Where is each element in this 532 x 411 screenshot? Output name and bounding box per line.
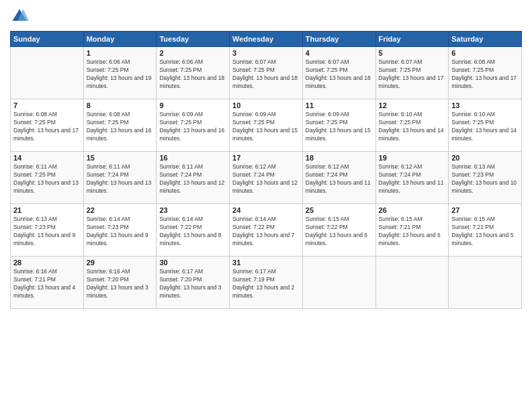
day-number: 9 <box>159 101 226 109</box>
day-number: 14 <box>13 154 81 162</box>
cell-sun-info: Sunrise: 6:08 AM Sunset: 7:25 PM Dayligh… <box>451 58 519 91</box>
calendar-cell: 6Sunrise: 6:08 AM Sunset: 7:25 PM Daylig… <box>449 47 522 99</box>
cell-sun-info: Sunrise: 6:11 AM Sunset: 7:24 PM Dayligh… <box>87 163 154 195</box>
cell-sun-info: Sunrise: 6:06 AM Sunset: 7:25 PM Dayligh… <box>159 58 226 91</box>
day-number: 23 <box>159 206 226 214</box>
calendar-table: SundayMondayTuesdayWednesdayThursdayFrid… <box>10 31 522 309</box>
day-header-saturday: Saturday <box>449 32 522 47</box>
day-number: 1 <box>87 49 154 57</box>
calendar-cell <box>302 257 375 309</box>
cell-sun-info: Sunrise: 6:13 AM Sunset: 7:23 PM Dayligh… <box>13 216 81 248</box>
day-header-thursday: Thursday <box>302 32 375 47</box>
day-number: 29 <box>87 259 154 267</box>
calendar-week-row: 21Sunrise: 6:13 AM Sunset: 7:23 PM Dayli… <box>11 204 522 257</box>
calendar-cell: 21Sunrise: 6:13 AM Sunset: 7:23 PM Dayli… <box>11 204 84 257</box>
calendar-cell <box>449 257 522 309</box>
day-number: 19 <box>379 154 446 162</box>
calendar-cell: 8Sunrise: 6:08 AM Sunset: 7:25 PM Daylig… <box>83 99 157 152</box>
calendar-cell: 28Sunrise: 6:16 AM Sunset: 7:21 PM Dayli… <box>11 257 84 309</box>
calendar-cell: 1Sunrise: 6:06 AM Sunset: 7:25 PM Daylig… <box>83 47 157 99</box>
calendar-cell <box>11 47 84 99</box>
header <box>10 7 522 26</box>
day-number: 2 <box>159 49 226 57</box>
cell-sun-info: Sunrise: 6:11 AM Sunset: 7:25 PM Dayligh… <box>13 163 81 195</box>
cell-sun-info: Sunrise: 6:06 AM Sunset: 7:25 PM Dayligh… <box>87 58 154 91</box>
calendar-week-row: 14Sunrise: 6:11 AM Sunset: 7:25 PM Dayli… <box>11 152 522 204</box>
cell-sun-info: Sunrise: 6:17 AM Sunset: 7:19 PM Dayligh… <box>232 268 300 300</box>
cell-sun-info: Sunrise: 6:16 AM Sunset: 7:21 PM Dayligh… <box>13 268 81 300</box>
cell-sun-info: Sunrise: 6:07 AM Sunset: 7:25 PM Dayligh… <box>306 58 373 91</box>
day-number: 12 <box>379 101 446 109</box>
calendar-cell: 17Sunrise: 6:12 AM Sunset: 7:24 PM Dayli… <box>230 152 303 204</box>
calendar-week-row: 28Sunrise: 6:16 AM Sunset: 7:21 PM Dayli… <box>11 257 522 309</box>
day-header-tuesday: Tuesday <box>157 32 230 47</box>
day-number: 15 <box>87 154 154 162</box>
cell-sun-info: Sunrise: 6:16 AM Sunset: 7:20 PM Dayligh… <box>87 268 154 300</box>
calendar-cell: 19Sunrise: 6:12 AM Sunset: 7:24 PM Dayli… <box>375 152 449 204</box>
cell-sun-info: Sunrise: 6:11 AM Sunset: 7:24 PM Dayligh… <box>159 163 226 195</box>
day-number: 11 <box>306 101 373 109</box>
day-number: 8 <box>87 101 154 109</box>
cell-sun-info: Sunrise: 6:10 AM Sunset: 7:25 PM Dayligh… <box>379 111 446 143</box>
day-number: 25 <box>306 206 373 214</box>
calendar-cell: 15Sunrise: 6:11 AM Sunset: 7:24 PM Dayli… <box>83 152 157 204</box>
logo-icon <box>10 7 29 26</box>
page-container: SundayMondayTuesdayWednesdayThursdayFrid… <box>0 0 532 411</box>
day-number: 26 <box>379 206 446 214</box>
cell-sun-info: Sunrise: 6:09 AM Sunset: 7:25 PM Dayligh… <box>159 111 226 143</box>
cell-sun-info: Sunrise: 6:13 AM Sunset: 7:23 PM Dayligh… <box>451 163 519 195</box>
calendar-cell: 11Sunrise: 6:09 AM Sunset: 7:25 PM Dayli… <box>302 99 375 152</box>
day-number: 30 <box>159 259 226 267</box>
cell-sun-info: Sunrise: 6:07 AM Sunset: 7:25 PM Dayligh… <box>379 58 446 91</box>
calendar-cell: 22Sunrise: 6:14 AM Sunset: 7:23 PM Dayli… <box>83 204 157 257</box>
calendar-cell: 9Sunrise: 6:09 AM Sunset: 7:25 PM Daylig… <box>157 99 230 152</box>
cell-sun-info: Sunrise: 6:08 AM Sunset: 7:25 PM Dayligh… <box>13 111 81 143</box>
calendar-cell: 16Sunrise: 6:11 AM Sunset: 7:24 PM Dayli… <box>157 152 230 204</box>
calendar-cell: 18Sunrise: 6:12 AM Sunset: 7:24 PM Dayli… <box>302 152 375 204</box>
calendar-cell: 25Sunrise: 6:15 AM Sunset: 7:22 PM Dayli… <box>302 204 375 257</box>
day-header-sunday: Sunday <box>11 32 84 47</box>
calendar-header-row: SundayMondayTuesdayWednesdayThursdayFrid… <box>11 32 522 47</box>
day-number: 7 <box>13 101 81 109</box>
calendar-cell: 24Sunrise: 6:14 AM Sunset: 7:22 PM Dayli… <box>230 204 303 257</box>
calendar-week-row: 7Sunrise: 6:08 AM Sunset: 7:25 PM Daylig… <box>11 99 522 152</box>
cell-sun-info: Sunrise: 6:08 AM Sunset: 7:25 PM Dayligh… <box>87 111 154 143</box>
cell-sun-info: Sunrise: 6:14 AM Sunset: 7:22 PM Dayligh… <box>159 216 226 248</box>
day-number: 28 <box>13 259 81 267</box>
day-header-monday: Monday <box>83 32 157 47</box>
cell-sun-info: Sunrise: 6:09 AM Sunset: 7:25 PM Dayligh… <box>306 111 373 143</box>
day-number: 10 <box>232 101 300 109</box>
calendar-cell: 30Sunrise: 6:17 AM Sunset: 7:20 PM Dayli… <box>157 257 230 309</box>
calendar-cell: 29Sunrise: 6:16 AM Sunset: 7:20 PM Dayli… <box>83 257 157 309</box>
cell-sun-info: Sunrise: 6:12 AM Sunset: 7:24 PM Dayligh… <box>379 163 446 195</box>
day-number: 20 <box>451 154 519 162</box>
day-number: 6 <box>451 49 519 57</box>
cell-sun-info: Sunrise: 6:15 AM Sunset: 7:21 PM Dayligh… <box>451 216 519 248</box>
cell-sun-info: Sunrise: 6:14 AM Sunset: 7:23 PM Dayligh… <box>87 216 154 248</box>
cell-sun-info: Sunrise: 6:09 AM Sunset: 7:25 PM Dayligh… <box>232 111 300 143</box>
day-number: 31 <box>232 259 300 267</box>
calendar-cell: 31Sunrise: 6:17 AM Sunset: 7:19 PM Dayli… <box>230 257 303 309</box>
cell-sun-info: Sunrise: 6:15 AM Sunset: 7:21 PM Dayligh… <box>379 216 446 248</box>
calendar-cell <box>375 257 449 309</box>
day-number: 21 <box>13 206 81 214</box>
day-number: 27 <box>451 206 519 214</box>
day-number: 18 <box>306 154 373 162</box>
day-number: 16 <box>159 154 226 162</box>
cell-sun-info: Sunrise: 6:10 AM Sunset: 7:25 PM Dayligh… <box>451 111 519 143</box>
day-number: 3 <box>232 49 300 57</box>
calendar-cell: 7Sunrise: 6:08 AM Sunset: 7:25 PM Daylig… <box>11 99 84 152</box>
cell-sun-info: Sunrise: 6:12 AM Sunset: 7:24 PM Dayligh… <box>306 163 373 195</box>
calendar-cell: 14Sunrise: 6:11 AM Sunset: 7:25 PM Dayli… <box>11 152 84 204</box>
cell-sun-info: Sunrise: 6:17 AM Sunset: 7:20 PM Dayligh… <box>159 268 226 300</box>
calendar-cell: 27Sunrise: 6:15 AM Sunset: 7:21 PM Dayli… <box>449 204 522 257</box>
day-header-friday: Friday <box>375 32 449 47</box>
calendar-cell: 26Sunrise: 6:15 AM Sunset: 7:21 PM Dayli… <box>375 204 449 257</box>
calendar-cell: 2Sunrise: 6:06 AM Sunset: 7:25 PM Daylig… <box>157 47 230 99</box>
calendar-cell: 23Sunrise: 6:14 AM Sunset: 7:22 PM Dayli… <box>157 204 230 257</box>
day-number: 17 <box>232 154 300 162</box>
calendar-cell: 13Sunrise: 6:10 AM Sunset: 7:25 PM Dayli… <box>449 99 522 152</box>
day-number: 4 <box>306 49 373 57</box>
day-number: 22 <box>87 206 154 214</box>
cell-sun-info: Sunrise: 6:14 AM Sunset: 7:22 PM Dayligh… <box>232 216 300 248</box>
